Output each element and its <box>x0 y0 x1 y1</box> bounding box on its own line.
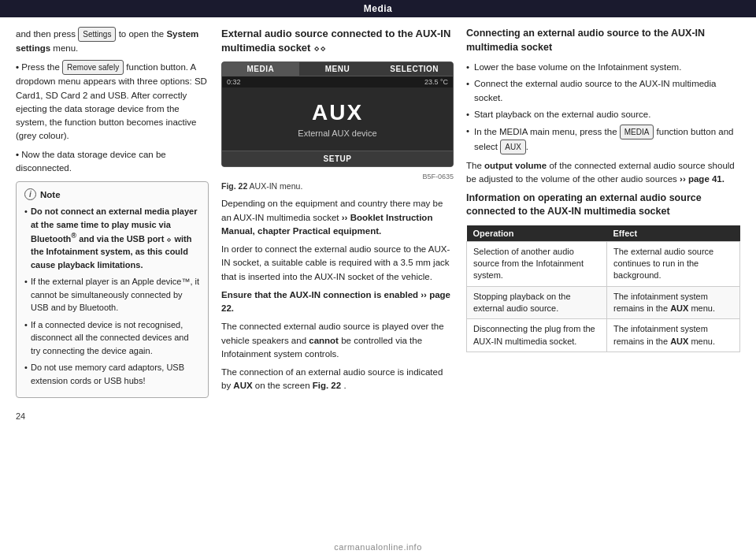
media-topbar: MEDIA MENU SELECTION <box>222 62 453 76</box>
media-screen: MEDIA MENU SELECTION 0:32 23.5 °C AUX Ex… <box>221 61 454 167</box>
mid-ensure: Ensure that the AUX-IN connection is ena… <box>221 288 454 316</box>
right-column: Connecting an external audio source to t… <box>466 27 740 398</box>
topbar-selection[interactable]: SELECTION <box>376 62 453 76</box>
remove-safely-button[interactable]: Remove safely <box>62 60 124 75</box>
effect-2: The infotainment system remains in the A… <box>607 286 740 319</box>
right-item-3: Start playback on the external audio sou… <box>466 108 740 121</box>
middle-column: External audio source connected to the A… <box>221 27 454 398</box>
mid-heading: External audio source connected to the A… <box>221 27 454 55</box>
media-main-area: AUX External AUX device <box>222 87 453 151</box>
bullet-now: • Now the data storage device can be dis… <box>16 148 209 176</box>
media-inline-btn[interactable]: MEDIA <box>620 125 654 140</box>
info-heading: Information on operating an external aud… <box>466 192 740 219</box>
bullet-press: • Press the Remove safely function butto… <box>16 60 209 143</box>
media-ref: B5F-0635 <box>221 172 454 181</box>
info-table: Operation Effect Selection of another au… <box>466 225 740 353</box>
left-column: and then press Settings to open the Syst… <box>16 27 209 398</box>
watermark: carmanualonline.info <box>0 542 756 552</box>
topbar-menu[interactable]: MENU <box>299 62 376 76</box>
aux-label: AUX <box>312 100 363 125</box>
right-list: Lower the base volume on the Infotainmen… <box>466 61 740 154</box>
note-box: i Note Do not connect an external media … <box>16 181 209 398</box>
note-list: Do not connect an external media player … <box>24 205 200 387</box>
temp-display: 23.5 °C <box>424 78 448 86</box>
col-operation: Operation <box>467 225 607 242</box>
effect-3: The infotainment system remains in the A… <box>607 319 740 352</box>
output-para: The output volume of the connected exter… <box>466 159 740 187</box>
note-title: i Note <box>24 188 200 200</box>
page-number: 24 <box>16 411 25 421</box>
table-row-2: Stopping playback on the external audio … <box>467 286 740 319</box>
mid-para1: Depending on the equipment and country t… <box>221 197 454 238</box>
table-row-1: Selection of another audio source from t… <box>467 241 740 286</box>
mid-para3: The connected external audio source is p… <box>221 320 454 361</box>
fig-caption: Fig. 22 AUX-IN menu. <box>221 181 454 191</box>
media-statusbar: 0:32 23.5 °C <box>222 76 453 87</box>
mid-para4: The connection of an external audio sour… <box>221 366 454 393</box>
effect-1: The external audio source continues to r… <box>607 241 740 286</box>
col-effect: Effect <box>607 225 740 242</box>
header-title: Media <box>364 3 393 14</box>
intro-para: and then press Settings to open the Syst… <box>16 27 209 55</box>
right-item-1: Lower the base volume on the Infotainmen… <box>466 61 740 74</box>
aux-device-text: External AUX device <box>298 128 376 138</box>
right-item-2: Connect the external audio source to the… <box>466 77 740 105</box>
op-2: Stopping playback on the external audio … <box>467 286 607 319</box>
note-icon: i <box>24 188 36 200</box>
op-3: Disconnecting the plug from the AUX-IN m… <box>467 319 607 352</box>
page-number-area: 24 <box>0 407 756 425</box>
aux-inline-btn[interactable]: AUX <box>500 140 526 154</box>
note-item-1: Do not connect an external media player … <box>24 205 200 271</box>
settings-button[interactable]: Settings <box>78 27 116 42</box>
right-heading: Connecting an external audio source to t… <box>466 27 740 54</box>
note-item-3: If a connected device is not recognised,… <box>24 318 200 358</box>
note-item-4: Do not use memory card adaptors, USB ext… <box>24 361 200 387</box>
setup-bar[interactable]: SETUP <box>222 151 453 166</box>
topbar-media[interactable]: MEDIA <box>222 62 299 76</box>
right-item-4: In the MEDIA main menu, press the MEDIA … <box>466 125 740 154</box>
socket-icon: ⬦⬦ <box>310 42 326 54</box>
mid-para2: In order to connect the external audio s… <box>221 243 454 284</box>
op-1: Selection of another audio source from t… <box>467 241 607 286</box>
time-display: 0:32 <box>227 78 241 86</box>
page-header: Media <box>0 0 756 17</box>
table-row-3: Disconnecting the plug from the AUX-IN m… <box>467 319 740 352</box>
note-item-2: If the external player is an Apple devic… <box>24 275 200 314</box>
